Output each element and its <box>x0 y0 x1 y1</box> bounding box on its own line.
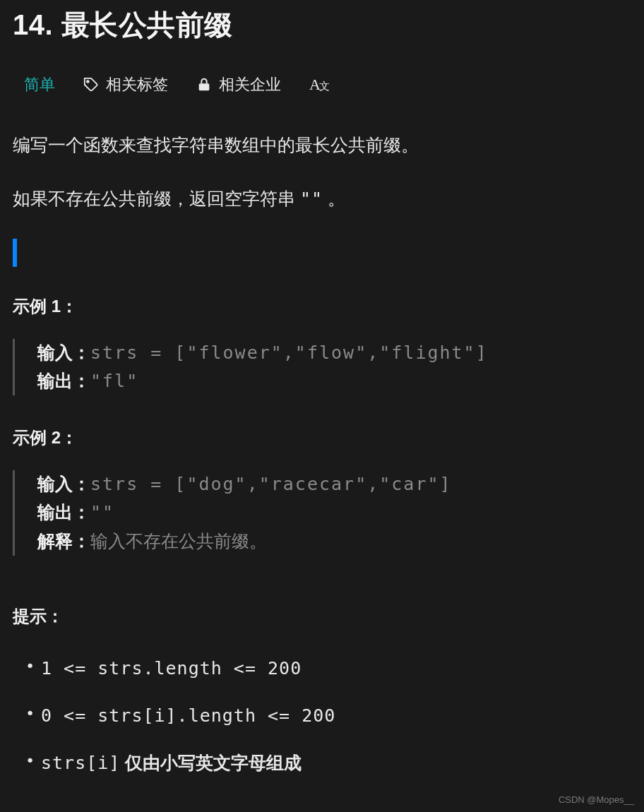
tab-tags-label: 相关标签 <box>106 74 168 95</box>
hint-code: 0 <= strs[i].length <= 200 <box>41 705 335 726</box>
example-1-input-value: strs = ["flower","flow","flight"] <box>90 342 488 363</box>
svg-rect-1 <box>199 83 210 90</box>
example-2-explain-label: 解释： <box>37 531 90 551</box>
example-1-block: 输入：strs = ["flower","flow","flight"] 输出：… <box>13 339 631 395</box>
hint-item: 0 <= strs[i].length <= 200 <box>25 703 631 728</box>
tag-icon <box>83 77 99 92</box>
hint-plain: 仅由小写英文字母组成 <box>120 753 302 772</box>
example-2-block: 输入：strs = ["dog","racecar","car"] 输出："" … <box>13 470 631 556</box>
svg-point-0 <box>87 80 89 83</box>
example-1-title: 示例 1： <box>13 295 631 318</box>
tab-companies[interactable]: 相关企业 <box>196 74 281 95</box>
hint-code: 1 <= strs.length <= 200 <box>41 658 302 679</box>
example-1-input-label: 输入： <box>37 342 90 363</box>
hint-item: 1 <= strs.length <= 200 <box>25 656 631 681</box>
watermark: CSDN @Mopes__ <box>559 794 634 805</box>
lock-icon <box>196 77 212 92</box>
quote-bar <box>13 239 17 267</box>
tab-companies-label: 相关企业 <box>219 74 281 95</box>
tabs-row: 简单 相关标签 相关企业 A文 <box>13 74 631 95</box>
description-line-2: 如果不存在公共前缀，返回空字符串 "" 。 <box>13 184 631 213</box>
hints-list: 1 <= strs.length <= 200 0 <= strs[i].len… <box>13 656 631 775</box>
description-line-1: 编写一个函数来查找字符串数组中的最长公共前缀。 <box>13 131 631 159</box>
hint-item: strs[i] 仅由小写英文字母组成 <box>25 751 631 775</box>
hint-code: strs[i] <box>41 753 120 773</box>
desc-pre: 如果不存在公共前缀，返回空字符串 <box>13 189 300 208</box>
example-2-input-label: 输入： <box>37 474 90 494</box>
example-2-input-value: strs = ["dog","racecar","car"] <box>90 474 452 494</box>
desc-code: "" <box>300 189 323 209</box>
hints-title: 提示： <box>13 605 631 628</box>
example-1-output-value: "fl" <box>90 371 138 391</box>
desc-post: 。 <box>323 189 345 208</box>
tab-translate[interactable]: A文 <box>309 76 330 94</box>
example-2-output-value: "" <box>90 502 114 523</box>
example-2-output-label: 输出： <box>37 502 90 523</box>
tab-tags[interactable]: 相关标签 <box>83 74 168 95</box>
tab-difficulty-label: 简单 <box>24 74 55 95</box>
page-title: 14. 最长公共前缀 <box>13 6 631 44</box>
example-2-title: 示例 2： <box>13 426 631 449</box>
example-1-output-label: 输出： <box>37 371 90 391</box>
example-2-explain-value: 输入不存在公共前缀。 <box>90 531 267 551</box>
translate-icon: A文 <box>309 76 330 94</box>
tab-difficulty[interactable]: 简单 <box>24 74 55 95</box>
